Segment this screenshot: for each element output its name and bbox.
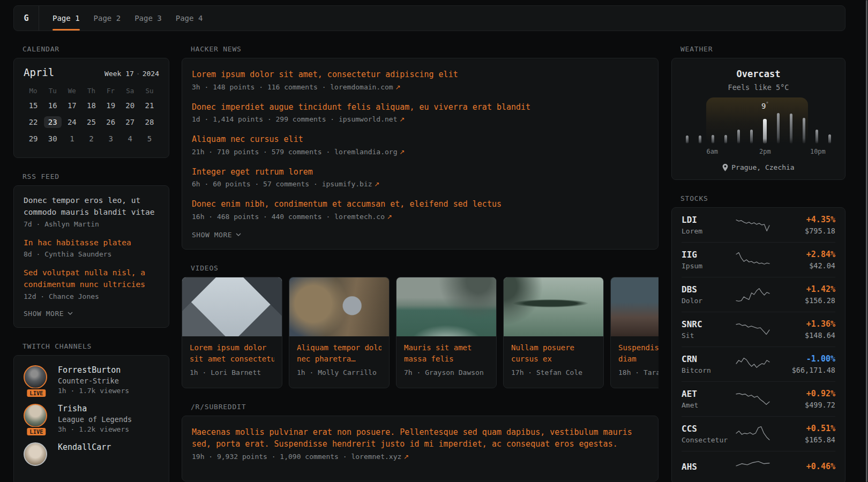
hn-meta-text: 21h · 710 points · 579 comments · loreml… [192, 148, 398, 156]
calendar-day: 28 [140, 116, 159, 128]
stock-sparkline [735, 320, 770, 338]
hn-story-title[interactable]: Donec imperdiet augue tincidunt felis al… [192, 101, 648, 114]
stock-row[interactable]: AHS +0.46% [682, 451, 835, 482]
external-link-icon[interactable]: ↗ [400, 116, 405, 123]
weather-condition: Overcast [682, 69, 835, 79]
hn-meta-text: 3h · 148 points · 116 comments · loremdo… [192, 83, 393, 91]
hn-story-title[interactable]: Integer eget rutrum lorem [192, 166, 648, 178]
calendar-day: 22 [24, 116, 43, 128]
weather-section-label: WEATHER [680, 45, 845, 53]
weather-bar [777, 113, 780, 144]
twitch-channel-row[interactable]: LIVE ForrestBurton Counter-Strike 1h · 1… [24, 365, 159, 395]
calendar-day: 25 [81, 116, 101, 128]
rss-item-title[interactable]: Donec tempor eros leo, ut commodo mauris… [24, 195, 159, 219]
hn-story: Lorem ipsum dolor sit amet, consectetur … [192, 69, 648, 91]
stock-sparkline [735, 458, 770, 477]
external-link-icon[interactable]: ↗ [400, 148, 405, 156]
stock-sparkline [735, 285, 770, 304]
stock-ticker: LDI [682, 215, 733, 225]
stock-change: +0.46% [772, 462, 835, 471]
calendar-day: 4 [121, 133, 140, 145]
calendar-day: 3 [101, 133, 121, 145]
weather-bar-chart: 9° [686, 99, 831, 144]
stock-sparkline [735, 251, 770, 269]
hn-story-title[interactable]: Lorem ipsum dolor sit amet, consectetur … [192, 69, 648, 81]
video-thumbnail[interactable] [504, 277, 603, 336]
page-scrollbar[interactable] [866, 0, 867, 482]
external-link-icon[interactable]: ↗ [395, 84, 401, 91]
video-title[interactable]: Lorem ipsum dolorsit amet consectetu… [190, 342, 274, 365]
calendar-section-label: CALENDAR [23, 45, 169, 53]
twitch-channel-row[interactable]: LIVE Trisha League of Legends 3h · 1.2k … [24, 404, 159, 433]
tab-page-4[interactable]: Page 4 [176, 6, 203, 31]
calendar-day: 26 [101, 116, 121, 128]
hn-story-meta: 3h · 148 points · 116 comments · loremdo… [192, 83, 648, 91]
reddit-post-title[interactable]: Maecenas mollis pulvinar erat non posuer… [192, 426, 647, 450]
app-logo[interactable]: G [14, 6, 39, 31]
stock-name: Ipsum [682, 262, 733, 270]
avatar [24, 404, 47, 427]
stock-row[interactable]: IIGIpsum +2.84%$42.04 [682, 243, 835, 277]
rss-item: Donec tempor eros leo, ut commodo mauris… [24, 195, 159, 228]
stock-row[interactable]: LDILorem +4.35%$795.18 [682, 208, 835, 243]
video-card[interactable]: Lorem ipsum dolorsit amet consectetu… 1h… [182, 277, 282, 388]
stock-row[interactable]: SNRCSit +1.36%$148.64 [682, 312, 835, 347]
channel-name[interactable]: ForrestBurton [58, 365, 129, 375]
video-thumbnail[interactable] [611, 277, 659, 336]
hn-story-title[interactable]: Donec enim nibh, condimentum et accumsan… [192, 198, 648, 210]
hn-meta-text: 6h · 60 points · 57 comments · ipsumify.… [192, 180, 372, 188]
rss-show-more-button[interactable]: SHOW MORE [24, 310, 159, 318]
video-meta: 1h · Lori Barnett [190, 368, 274, 376]
video-title[interactable]: Mauris sit ametmassa felis [404, 342, 489, 365]
video-thumbnail[interactable] [182, 277, 282, 336]
avatar [24, 442, 47, 466]
video-card[interactable]: Aliquam tempor dolornec pharetra… 1h · M… [289, 277, 390, 388]
external-link-icon[interactable]: ↗ [375, 180, 380, 188]
hn-story: Donec enim nibh, condimentum et accumsan… [192, 198, 648, 221]
weather-bar [815, 130, 818, 144]
external-link-icon[interactable]: ↗ [387, 213, 392, 221]
weather-bar [790, 114, 792, 144]
hn-show-more-button[interactable]: SHOW MORE [192, 231, 648, 239]
dot-separator: · [136, 70, 140, 78]
video-title[interactable]: Nullam posuerecursus ex [511, 342, 596, 365]
stock-change: +1.36% [772, 319, 835, 329]
channel-name[interactable]: KendallCarr [58, 442, 111, 452]
tab-page-3[interactable]: Page 3 [134, 6, 162, 31]
calendar-day: 2 [81, 133, 101, 145]
calendar-day: 27 [121, 116, 140, 128]
calendar-day: 1 [62, 133, 81, 145]
video-meta: 1h · Molly Carrillo [297, 368, 381, 376]
video-card[interactable]: Mauris sit ametmassa felis 7h · Grayson … [396, 277, 497, 388]
channel-name[interactable]: Trisha [58, 404, 132, 413]
video-title[interactable]: Aliquam tempor dolornec pharetra… [297, 342, 381, 365]
calendar-widget: April Week 17·2024 MoTuWeThFrSaSu1516171… [13, 58, 169, 158]
video-thumbnail[interactable] [289, 277, 389, 336]
calendar-day-header: Mo [24, 87, 43, 95]
weather-bar [724, 135, 727, 144]
rss-item-title[interactable]: In hac habitasse platea [24, 237, 159, 249]
stock-row[interactable]: CCSConsectetur +0.51%$165.84 [682, 417, 835, 451]
video-card[interactable]: Suspendissediam 18h · Tara [610, 277, 659, 388]
stock-sparkline [735, 355, 770, 373]
external-link-icon[interactable]: ↗ [403, 453, 409, 461]
calendar-day: 30 [43, 133, 62, 145]
video-thumbnail[interactable] [396, 277, 496, 336]
hn-story-meta: 6h · 60 points · 57 comments · ipsumify.… [192, 180, 648, 188]
tab-page-1[interactable]: Page 1 [53, 6, 80, 31]
calendar-day: 5 [140, 133, 159, 145]
twitch-section-label: TWITCH CHANNELS [23, 342, 169, 350]
stock-row[interactable]: DBSDolor +1.42%$156.28 [682, 277, 835, 312]
video-title[interactable]: Suspendissediam [618, 342, 659, 365]
video-card[interactable]: Nullam posuerecursus ex 17h · Stefan Col… [503, 277, 604, 388]
hn-story-title[interactable]: Aliquam nec cursus elit [192, 133, 648, 146]
rss-item-title[interactable]: Sed volutpat nulla nisl, a condimentum n… [24, 267, 159, 291]
twitch-widget: LIVE ForrestBurton Counter-Strike 1h · 1… [13, 355, 169, 482]
tab-page-2[interactable]: Page 2 [94, 6, 121, 31]
calendar-day: 16 [43, 100, 62, 111]
stock-row[interactable]: CRNBitcorn -1.00%$66,171.48 [682, 347, 835, 382]
twitch-channel-row[interactable]: KendallCarr [24, 442, 159, 466]
stock-row[interactable]: AETAmet +0.92%$499.72 [682, 382, 835, 417]
stock-name: Lorem [682, 227, 733, 235]
stock-ticker: DBS [682, 284, 733, 295]
